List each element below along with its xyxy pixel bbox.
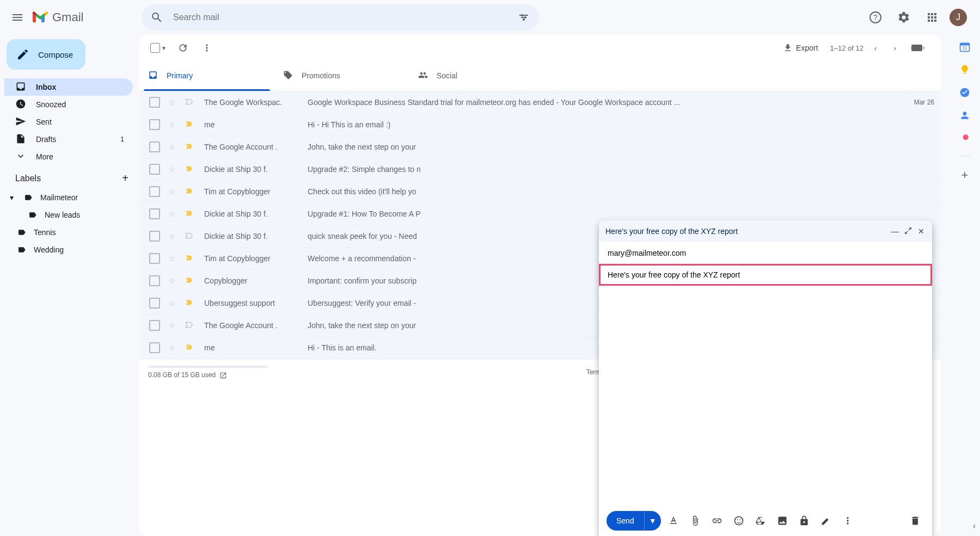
row-checkbox[interactable] <box>149 119 160 130</box>
compose-subject-field[interactable]: Here's your free copy of the XYZ report <box>599 264 932 286</box>
tab-promotions[interactable]: Promotions <box>274 60 409 91</box>
signature-icon[interactable] <box>820 515 831 526</box>
search-icon[interactable] <box>146 7 168 28</box>
email-row[interactable]: ☆ The Google Account . John, take the ne… <box>139 136 941 158</box>
add-label-button[interactable]: + <box>122 172 128 184</box>
account-avatar[interactable]: J <box>950 9 967 26</box>
support-icon[interactable]: ? <box>865 7 886 28</box>
chevron-icon[interactable]: ▾ <box>10 193 16 202</box>
nav-item-drafts[interactable]: Drafts1 <box>4 131 133 148</box>
collapse-side-panel[interactable]: › <box>973 522 976 532</box>
input-tools[interactable] <box>907 37 929 59</box>
email-row[interactable]: ☆ Tim at Copyblogger Check out this vide… <box>139 181 941 203</box>
contacts-icon[interactable] <box>959 110 970 121</box>
minimize-button[interactable]: — <box>891 227 899 236</box>
compose-to-field[interactable]: mary@mailmeteor.com <box>599 242 932 264</box>
main-menu-button[interactable] <box>4 4 30 30</box>
importance-icon[interactable] <box>185 141 194 153</box>
more-options-icon[interactable] <box>842 515 853 526</box>
refresh-button[interactable] <box>172 37 194 59</box>
label-item-new-leads[interactable]: New leads <box>4 206 139 224</box>
row-checkbox[interactable] <box>149 275 160 286</box>
importance-icon[interactable] <box>185 253 194 264</box>
row-checkbox[interactable] <box>149 208 160 219</box>
importance-icon[interactable] <box>185 275 194 287</box>
keep-icon[interactable] <box>959 64 970 75</box>
more-button[interactable] <box>196 37 218 59</box>
nav-item-more[interactable]: More <box>4 148 133 165</box>
nav-item-sent[interactable]: Sent <box>4 113 133 131</box>
link-icon[interactable] <box>712 515 722 526</box>
send-options[interactable]: ▼ <box>644 511 661 531</box>
importance-icon[interactable] <box>185 97 194 108</box>
calendar-icon[interactable]: 31 <box>959 41 970 52</box>
fullscreen-button[interactable] <box>904 227 912 236</box>
label-item-mailmeteor[interactable]: ▾Mailmeteor <box>4 189 139 206</box>
search-input[interactable] <box>168 13 513 22</box>
tab-social[interactable]: Social <box>409 60 544 91</box>
row-checkbox[interactable] <box>149 97 160 108</box>
nav-item-inbox[interactable]: Inbox <box>4 78 133 96</box>
star-icon[interactable]: ☆ <box>169 276 176 285</box>
star-icon[interactable]: ☆ <box>169 232 176 241</box>
row-checkbox[interactable] <box>149 253 160 264</box>
label-item-tennis[interactable]: Tennis <box>4 224 139 241</box>
compose-header[interactable]: Here's your free copy of the XYZ report … <box>599 220 932 242</box>
tab-primary[interactable]: Primary <box>139 60 274 91</box>
select-all[interactable]: ▼ <box>150 43 167 53</box>
star-icon[interactable]: ☆ <box>169 165 176 174</box>
star-icon[interactable]: ☆ <box>169 299 176 307</box>
formatting-icon[interactable] <box>668 515 679 526</box>
settings-icon[interactable] <box>893 7 915 28</box>
confidential-icon[interactable] <box>799 515 810 526</box>
compose-body[interactable] <box>599 286 932 492</box>
nav-item-snoozed[interactable]: Snoozed <box>4 96 133 113</box>
row-checkbox[interactable] <box>149 141 160 152</box>
apps-icon[interactable] <box>921 7 943 28</box>
star-icon[interactable]: ☆ <box>169 343 176 352</box>
add-addon-icon[interactable]: + <box>959 168 970 179</box>
gmail-logo[interactable]: Gmail <box>33 10 142 24</box>
email-row[interactable]: ☆ me Hi - Hi This is an email :) <box>139 114 941 136</box>
importance-icon[interactable] <box>185 298 194 309</box>
search-options-icon[interactable] <box>513 7 535 28</box>
discard-draft-icon[interactable] <box>910 515 921 526</box>
importance-icon[interactable] <box>185 342 194 354</box>
star-icon[interactable]: ☆ <box>169 321 176 330</box>
star-icon[interactable]: ☆ <box>169 98 176 107</box>
mailmeteor-icon[interactable] <box>959 133 970 144</box>
tasks-icon[interactable] <box>959 87 970 98</box>
row-checkbox[interactable] <box>149 186 160 197</box>
star-icon[interactable]: ☆ <box>169 187 176 196</box>
row-checkbox[interactable] <box>149 298 160 309</box>
importance-icon[interactable] <box>185 186 194 198</box>
compose-button[interactable]: Compose <box>7 39 85 70</box>
attach-icon[interactable] <box>690 515 701 526</box>
row-checkbox[interactable] <box>149 231 160 242</box>
row-checkbox[interactable] <box>149 164 160 175</box>
star-icon[interactable]: ☆ <box>169 254 176 263</box>
star-icon[interactable]: ☆ <box>169 120 176 129</box>
email-row[interactable]: ☆ Dickie at Ship 30 f. Upgrade #2: Simpl… <box>139 158 941 181</box>
search-bar[interactable] <box>142 4 539 30</box>
importance-icon[interactable] <box>185 231 194 242</box>
star-icon[interactable]: ☆ <box>169 210 176 218</box>
image-icon[interactable] <box>777 515 788 526</box>
send-button[interactable]: Send ▼ <box>607 511 661 531</box>
star-icon[interactable]: ☆ <box>169 143 176 151</box>
label-item-wedding[interactable]: Wedding <box>4 241 139 258</box>
importance-icon[interactable] <box>185 119 194 131</box>
open-external-icon[interactable] <box>219 372 227 379</box>
row-checkbox[interactable] <box>149 342 160 353</box>
next-page[interactable]: › <box>887 37 903 59</box>
drive-icon[interactable] <box>755 515 766 526</box>
importance-icon[interactable] <box>185 164 194 175</box>
email-row[interactable]: ☆ The Google Workspac. Google Workspace … <box>139 91 941 114</box>
close-button[interactable]: ✕ <box>917 227 926 236</box>
row-checkbox[interactable] <box>149 320 160 331</box>
importance-icon[interactable] <box>185 320 194 331</box>
emoji-icon[interactable] <box>733 515 744 526</box>
export-button[interactable]: Export <box>783 43 818 53</box>
prev-page[interactable]: ‹ <box>868 37 883 59</box>
importance-icon[interactable] <box>185 208 194 220</box>
